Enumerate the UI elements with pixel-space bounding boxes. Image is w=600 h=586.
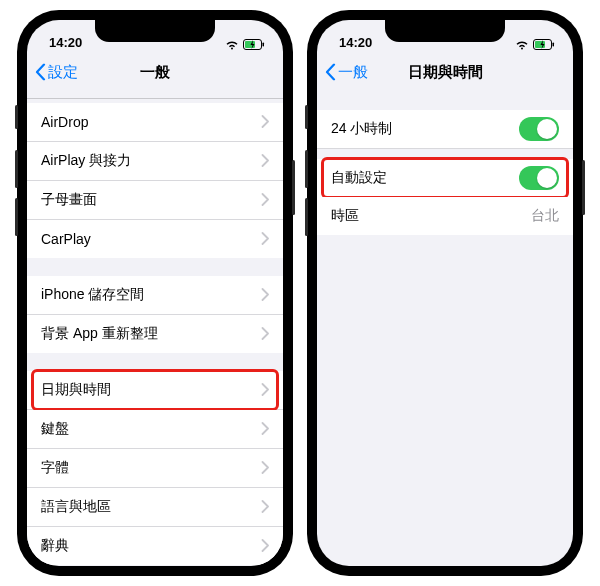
settings-row[interactable]: 辭典 [27,527,283,565]
status-time: 14:20 [339,35,372,50]
screen-right: 14:20 一般 日期與時間 24 小時制自動設定時區台北 [317,20,573,566]
settings-row[interactable]: 語言與地區 [27,488,283,527]
chevron-right-icon [261,461,269,474]
settings-list[interactable]: AirDropAirPlay 與接力子母畫面CarPlayiPhone 儲存空間… [27,99,283,567]
chevron-left-icon [325,64,336,81]
settings-group: 24 小時制自動設定時區台北 [317,110,573,235]
row-label: 時區 [331,207,359,225]
row-label: AirDrop [41,114,88,130]
row-label: 辭典 [41,537,69,555]
settings-group: iPhone 儲存空間背景 App 重新整理 [27,276,283,353]
row-label: 子母畫面 [41,191,97,209]
settings-row[interactable]: 自動設定 [317,159,573,197]
battery-icon [243,39,265,50]
row-label: 背景 App 重新整理 [41,325,158,343]
row-label: 自動設定 [331,169,387,187]
chevron-right-icon [261,232,269,245]
chevron-right-icon [261,383,269,396]
notch [385,20,505,42]
back-button[interactable]: 一般 [325,63,368,82]
settings-list[interactable]: 24 小時制自動設定時區台北 [317,92,573,235]
settings-row[interactable]: 鍵盤 [27,410,283,449]
settings-row[interactable]: 字體 [27,449,283,488]
phone-right: 14:20 一般 日期與時間 24 小時制自動設定時區台北 [307,10,583,576]
row-label: iPhone 儲存空間 [41,286,144,304]
page-title: 日期與時間 [408,63,483,82]
back-label: 設定 [48,63,78,82]
chevron-right-icon [261,327,269,340]
settings-row[interactable]: 24 小時制 [317,110,573,149]
back-label: 一般 [338,63,368,82]
row-label: AirPlay 與接力 [41,152,131,170]
row-label: CarPlay [41,231,91,247]
chevron-right-icon [261,288,269,301]
chevron-right-icon [261,154,269,167]
status-icons [225,39,265,50]
status-icons [515,39,555,50]
back-button[interactable]: 設定 [35,63,78,82]
notch [95,20,215,42]
settings-row[interactable]: CarPlay [27,220,283,258]
screen-left: 14:20 設定 一般 AirDropAirPlay 與接力子母畫面CarPla… [27,20,283,566]
status-time: 14:20 [49,35,82,50]
nav-bar: 一般 日期與時間 [317,52,573,92]
row-label: 24 小時制 [331,120,392,138]
chevron-left-icon [35,64,46,81]
battery-icon [533,39,555,50]
settings-row[interactable]: AirDrop [27,103,283,142]
row-label: 字體 [41,459,69,477]
row-label: 語言與地區 [41,498,111,516]
page-title: 一般 [140,63,170,82]
nav-bar: 設定 一般 [27,52,283,92]
svg-rect-5 [553,43,555,47]
phone-left: 14:20 設定 一般 AirDropAirPlay 與接力子母畫面CarPla… [17,10,293,576]
row-label: 鍵盤 [41,420,69,438]
svg-rect-2 [263,43,265,47]
toggle-switch[interactable] [519,166,559,190]
chevron-right-icon [261,115,269,128]
chevron-right-icon [261,422,269,435]
settings-row[interactable]: 時區台北 [317,197,573,235]
settings-group: AirDropAirPlay 與接力子母畫面CarPlay [27,103,283,258]
chevron-right-icon [261,193,269,206]
row-label: 日期與時間 [41,381,111,399]
settings-group: 日期與時間鍵盤字體語言與地區辭典 [27,371,283,565]
wifi-icon [515,40,529,50]
toggle-switch[interactable] [519,117,559,141]
settings-row[interactable]: 背景 App 重新整理 [27,315,283,353]
chevron-right-icon [261,500,269,513]
settings-row[interactable]: 子母畫面 [27,181,283,220]
wifi-icon [225,40,239,50]
settings-row[interactable]: AirPlay 與接力 [27,142,283,181]
row-value: 台北 [531,207,559,225]
chevron-right-icon [261,539,269,552]
settings-row[interactable]: iPhone 儲存空間 [27,276,283,315]
settings-row[interactable]: 日期與時間 [27,371,283,410]
